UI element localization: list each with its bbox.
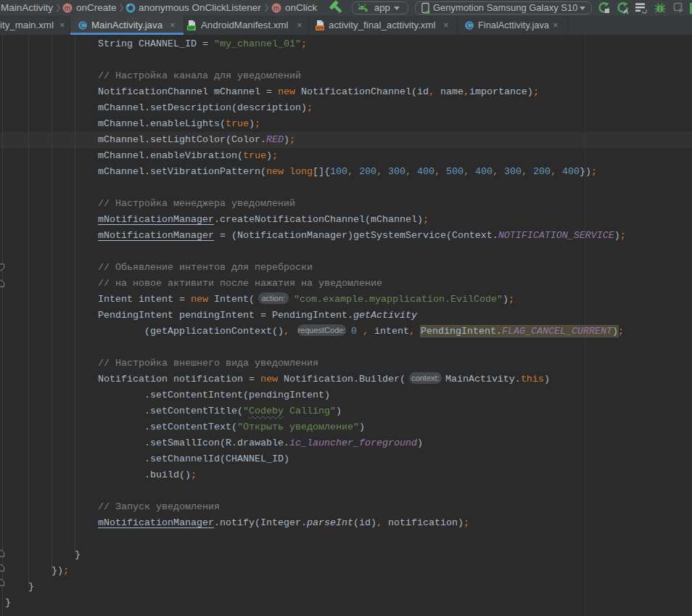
svg-text:A: A [624, 7, 629, 15]
svg-text:m: m [273, 4, 279, 12]
svg-text:</>: </> [316, 25, 324, 30]
svg-text:C: C [80, 22, 85, 30]
svg-text:MF: MF [188, 25, 196, 30]
svg-text:C: C [466, 22, 471, 30]
svg-text:m: m [65, 4, 70, 12]
